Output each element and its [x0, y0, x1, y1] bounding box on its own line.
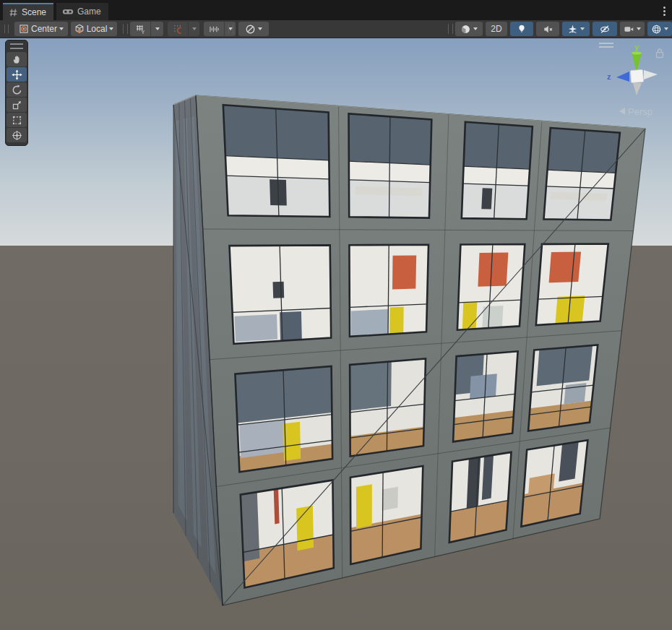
hand-pan-icon: [12, 54, 22, 65]
tab-bar: Scene Game: [0, 0, 672, 20]
orientation-gizmo[interactable]: y z Persp: [593, 38, 672, 121]
chevron-down-icon: [258, 27, 262, 30]
chevron-down-icon: [109, 27, 113, 30]
snap-increment-button[interactable]: [168, 22, 188, 36]
scene-viewport[interactable]: y z Persp: [0, 38, 672, 630]
pivot-mode-label: Center: [31, 24, 57, 34]
rect-tool-icon: [12, 115, 22, 126]
pivot-mode-dropdown[interactable]: Center: [14, 22, 68, 36]
scene-visibility-toggle[interactable]: [593, 22, 617, 36]
grid-size-button[interactable]: [204, 22, 224, 36]
tool-pan-button[interactable]: [7, 52, 27, 66]
gizmo-z-axis-cone[interactable]: [616, 72, 629, 82]
tools-overlay-panel: [5, 40, 28, 146]
chevron-down-icon: [664, 27, 668, 30]
scene-grid-icon: [9, 8, 18, 17]
camera-settings-dropdown[interactable]: [620, 22, 645, 36]
gizmo-y-axis-label[interactable]: y: [634, 43, 639, 51]
gizmo-x-axis-cone[interactable]: [644, 70, 658, 79]
unity-editor-window: Scene Game Center: [0, 0, 672, 630]
tool-transform-button[interactable]: [7, 128, 27, 142]
toolbar-separator: [123, 24, 128, 34]
toolbar-separator: [448, 24, 453, 34]
lighting-toggle-button[interactable]: [510, 22, 533, 36]
gizmos-globe-icon: [651, 24, 662, 35]
orientation-label: Local: [87, 24, 108, 34]
tool-rotate-button[interactable]: [7, 82, 27, 97]
effects-dropdown-button[interactable]: [562, 22, 590, 36]
2d-label: 2D: [491, 24, 501, 34]
gizmo-y-axis-cone[interactable]: [632, 53, 642, 72]
camera-icon: [624, 25, 634, 34]
svg-text:Y: Y: [141, 30, 145, 35]
tab-scene[interactable]: Scene: [3, 3, 53, 20]
custom-tools-dropdown[interactable]: [238, 22, 269, 36]
light-bulb-icon: [517, 24, 527, 34]
tab-bar-menu-icon[interactable]: [659, 4, 669, 17]
tab-game-label: Game: [77, 7, 101, 17]
snap-increment-dropdown[interactable]: [188, 22, 199, 36]
toolbar-drag-handle[interactable]: [4, 25, 9, 33]
tab-game[interactable]: Game: [56, 3, 108, 20]
transform-combined-icon: [12, 130, 22, 141]
tool-scale-button[interactable]: [7, 98, 27, 112]
eye-slash-icon: [599, 24, 611, 35]
shaded-sphere-icon: [460, 24, 471, 35]
gizmo-neg-y-axis-cone[interactable]: [633, 83, 642, 95]
projection-toggle[interactable]: Persp: [619, 106, 652, 117]
grid-axis-icon: Y: [135, 24, 146, 35]
building-mesh-canvas[interactable]: [0, 38, 672, 630]
chevron-down-icon: [59, 27, 64, 30]
scale-icon: [12, 100, 22, 111]
gamepad-icon: [62, 7, 74, 16]
chevron-down-icon: [580, 27, 585, 30]
tool-move-button[interactable]: [7, 67, 27, 82]
projection-label: Persp: [628, 106, 652, 117]
toolbar-separator: [228, 24, 233, 34]
gizmos-dropdown-button[interactable]: [647, 22, 672, 36]
overlay-drag-handle-icon[interactable]: [10, 43, 23, 49]
speaker-muted-icon: [543, 24, 553, 35]
draw-mode-dropdown[interactable]: [455, 22, 483, 36]
chevron-down-icon: [637, 27, 641, 30]
scene-toolbar: Center Local Y: [0, 20, 672, 38]
move-arrows-icon: [12, 69, 22, 80]
overlay-drag-handle-icon[interactable]: [599, 43, 613, 47]
pivot-center-icon: [19, 24, 29, 34]
chevron-down-icon: [155, 27, 160, 30]
rotate-icon: [12, 85, 22, 95]
grid-visibility-button[interactable]: Y: [130, 22, 150, 36]
lock-icon[interactable]: [657, 49, 663, 58]
chevron-down-icon: [473, 27, 478, 30]
tool-rect-button[interactable]: [7, 113, 27, 127]
gizmo-z-axis-label[interactable]: z: [607, 72, 611, 81]
grid-visibility-dropdown[interactable]: [150, 22, 163, 36]
gizmo-y-axis-cone-cap: [632, 52, 642, 55]
orientation-dropdown[interactable]: Local: [71, 22, 117, 36]
chevron-down-icon: [192, 27, 197, 30]
ruler-icon: [209, 25, 220, 34]
gizmo-center-cube[interactable]: [630, 69, 643, 82]
audio-toggle-button[interactable]: [536, 22, 559, 36]
local-cube-icon: [74, 24, 85, 34]
snap-magnet-icon: [173, 24, 184, 35]
tab-scene-label: Scene: [22, 7, 46, 17]
circle-slash-icon: [245, 24, 256, 35]
2d-toggle-button[interactable]: 2D: [486, 22, 507, 36]
effects-sparkle-icon: [567, 24, 578, 35]
